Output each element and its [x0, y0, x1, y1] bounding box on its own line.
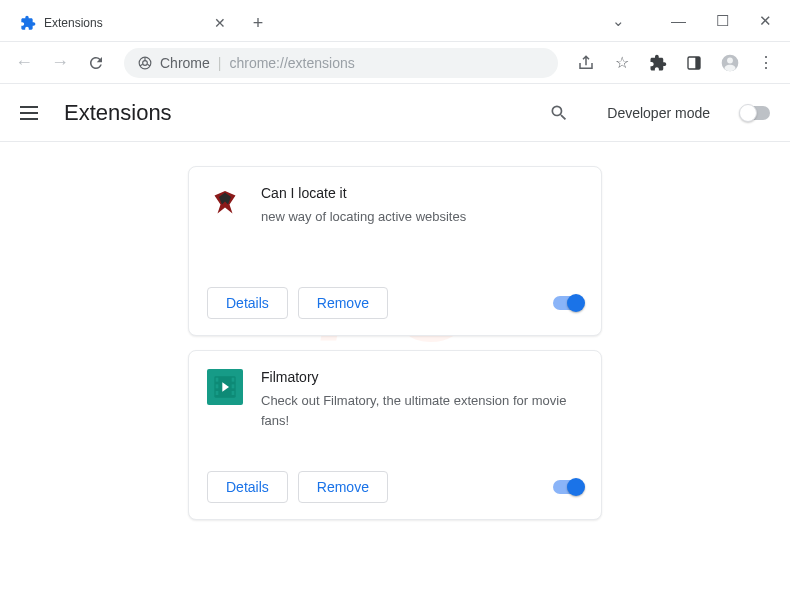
browser-toolbar: ← → Chrome | chrome://extensions ☆ ⋮ [0, 42, 790, 84]
remove-button[interactable]: Remove [298, 287, 388, 319]
extension-description: new way of locating active websites [261, 207, 583, 227]
menu-icon[interactable]: ⋮ [752, 49, 780, 77]
enable-toggle[interactable] [553, 480, 583, 494]
maximize-button[interactable]: ☐ [716, 12, 729, 30]
extensions-list: Can I locate it new way of locating acti… [0, 142, 790, 544]
svg-rect-10 [232, 378, 235, 382]
url-path: chrome://extensions [229, 55, 354, 71]
share-icon[interactable] [572, 49, 600, 77]
page-title: Extensions [64, 100, 525, 126]
side-panel-icon[interactable] [680, 49, 708, 77]
chrome-icon [138, 56, 152, 70]
svg-rect-8 [216, 384, 219, 388]
extension-icon [207, 185, 243, 221]
hamburger-icon[interactable] [20, 101, 44, 125]
profile-icon[interactable] [716, 49, 744, 77]
search-icon[interactable] [545, 99, 573, 127]
details-button[interactable]: Details [207, 471, 288, 503]
forward-button[interactable]: → [46, 49, 74, 77]
url-separator: | [218, 55, 222, 71]
chevron-down-icon[interactable]: ⌄ [612, 12, 625, 30]
remove-button[interactable]: Remove [298, 471, 388, 503]
extension-card: Can I locate it new way of locating acti… [188, 166, 602, 336]
svg-point-5 [727, 57, 733, 63]
extension-name: Can I locate it [261, 185, 583, 201]
url-scheme: Chrome [160, 55, 210, 71]
developer-mode-toggle[interactable] [740, 106, 770, 120]
reload-button[interactable] [82, 49, 110, 77]
extension-card: Filmatory Check out Filmatory, the ultim… [188, 350, 602, 520]
bookmark-icon[interactable]: ☆ [608, 49, 636, 77]
svg-rect-9 [216, 391, 219, 395]
extension-icon [207, 369, 243, 405]
back-button[interactable]: ← [10, 49, 38, 77]
extensions-header: Extensions Developer mode [0, 84, 790, 142]
svg-rect-11 [232, 384, 235, 388]
address-bar[interactable]: Chrome | chrome://extensions [124, 48, 558, 78]
svg-rect-3 [695, 57, 700, 69]
window-controls: ⌄ — ☐ ✕ [0, 0, 790, 42]
minimize-button[interactable]: — [671, 12, 686, 29]
close-window-button[interactable]: ✕ [759, 12, 772, 30]
extensions-icon[interactable] [644, 49, 672, 77]
extension-name: Filmatory [261, 369, 583, 385]
svg-rect-12 [232, 391, 235, 395]
enable-toggle[interactable] [553, 296, 583, 310]
details-button[interactable]: Details [207, 287, 288, 319]
svg-rect-7 [216, 378, 219, 382]
extension-description: Check out Filmatory, the ultimate extens… [261, 391, 583, 430]
developer-mode-label: Developer mode [607, 105, 710, 121]
svg-point-1 [143, 60, 148, 65]
